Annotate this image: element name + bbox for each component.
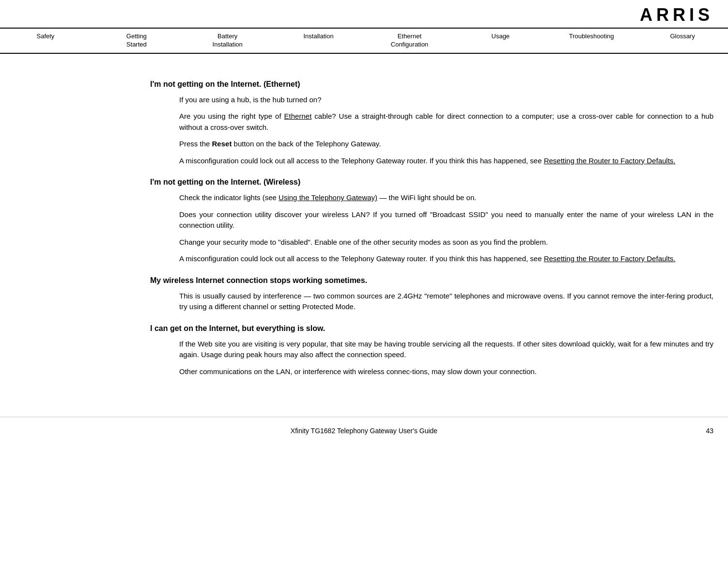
subsection-reset-button: Press the Reset button on the back of th… (179, 139, 713, 150)
subsection-popular-site: If the Web site you are visiting is very… (179, 339, 713, 361)
subsection-indicator-lights: Check the indicator lights (see Using th… (179, 192, 713, 204)
factory-defaults-link-2[interactable]: Resetting the Router to Factory Defaults… (544, 254, 676, 263)
nav-item-glossary[interactable]: Glossary (637, 31, 728, 42)
nav-item-usage[interactable]: Usage (455, 31, 546, 42)
subsection-other-communications: Other communications on the LAN, or inte… (179, 366, 713, 377)
nav-item-getting-started[interactable]: GettingStarted (91, 31, 182, 50)
header: ARRIS (0, 0, 728, 29)
ethernet-link[interactable]: Ethernet (284, 112, 312, 120)
telephony-gateway-link[interactable]: Using the Telephony Gateway) (279, 193, 377, 202)
nav-item-ethernet-configuration[interactable]: EthernetConfiguration (364, 31, 455, 50)
subsection-security-mode: Change your security mode to "disabled".… (179, 237, 713, 248)
footer-page: 43 (539, 427, 713, 435)
footer-title: Xfinity TG1682 Telephony Gateway User's … (189, 427, 539, 435)
subsection-interference: This is usually caused by interference —… (179, 291, 713, 313)
nav-item-safety[interactable]: Safety (0, 31, 91, 42)
subsection-hub-question: If you are using a hub, is the hub turne… (179, 94, 713, 106)
arris-logo: ARRIS (640, 5, 713, 25)
subsection-broadcast-ssid: Does your connection utility discover yo… (179, 209, 713, 231)
nav-item-troubleshooting[interactable]: Troubleshooting (546, 31, 637, 42)
subsection-misconfiguration-wireless: A misconfiguration could lock out all ac… (179, 253, 713, 265)
subsection-misconfiguration-ethernet: A misconfiguration could lock out all ac… (179, 156, 713, 167)
main-content: I'm not getting on the Internet. (Ethern… (0, 54, 728, 398)
nav-item-battery-installation[interactable]: BatteryInstallation (182, 31, 273, 50)
footer: Xfinity TG1682 Telephony Gateway User's … (0, 417, 728, 444)
section-heading-wireless-stops: My wireless Internet connection stops wo… (150, 276, 713, 285)
subsection-ethernet-cable: Are you using the right type of Ethernet… (179, 111, 713, 133)
nav-bar: Safety GettingStarted BatteryInstallatio… (0, 29, 728, 54)
factory-defaults-link-1[interactable]: Resetting the Router to Factory Defaults… (544, 157, 676, 165)
section-heading-wireless: I'm not getting on the Internet. (Wirele… (150, 178, 713, 187)
section-heading-ethernet: I'm not getting on the Internet. (Ethern… (150, 80, 713, 89)
nav-item-installation[interactable]: Installation (273, 31, 364, 42)
section-heading-slow: I can get on the Internet, but everythin… (150, 324, 713, 333)
